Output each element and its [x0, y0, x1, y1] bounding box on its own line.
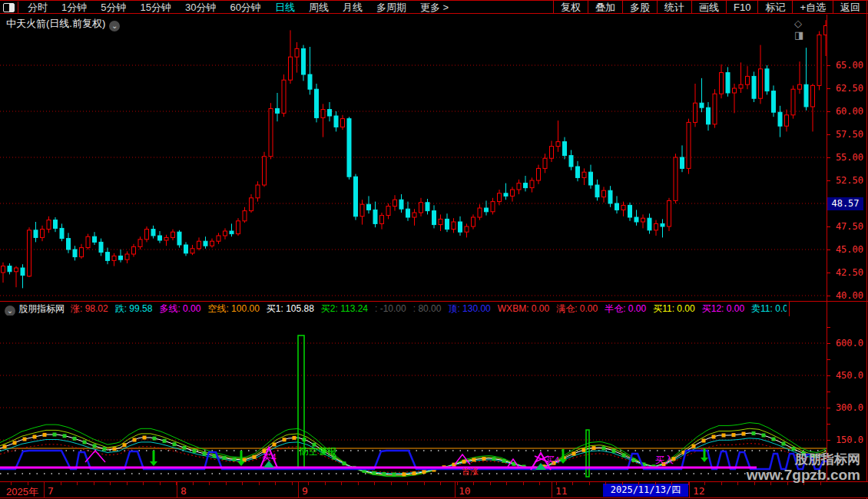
wave-marker: [412, 471, 416, 475]
time-axis-tick: [737, 482, 738, 485]
toolbar-button-7[interactable]: +自选: [792, 1, 833, 14]
collapse-chevron-icon[interactable]: ⌄: [5, 306, 15, 316]
wave-marker: [73, 437, 77, 441]
time-axis-tick: [473, 482, 474, 485]
wave-marker: [113, 447, 117, 451]
indicator-axis-tick: [827, 327, 830, 328]
down-arrow-icon: [237, 461, 245, 466]
selected-date-badge: 2025/11/13/四: [603, 484, 688, 497]
time-axis-tick: [110, 482, 111, 485]
candlestick: [491, 202, 495, 212]
candlestick: [602, 190, 606, 197]
candlestick: [145, 230, 149, 240]
candlestick: [811, 85, 815, 107]
month-boundary-line: [298, 482, 299, 498]
indicator-scale-label: 600.0: [831, 338, 863, 349]
candlestick: [648, 218, 651, 230]
candlestick: [250, 198, 253, 211]
indicator-source-label: 股朋指标网: [18, 303, 65, 314]
time-axis-tick: [424, 482, 425, 485]
wave-marker: [3, 444, 7, 448]
wave-marker: [702, 439, 706, 443]
time-axis-tick: [523, 482, 524, 485]
period-tab-2[interactable]: 5分钟: [94, 1, 133, 14]
candlestick: [34, 230, 38, 238]
wave-marker: [752, 431, 756, 435]
watermark-name: 股朋指标网: [747, 453, 860, 468]
indicator-axis-tick: [827, 408, 830, 408]
toolbar-button-1[interactable]: 叠加: [588, 1, 622, 14]
wave-marker: [572, 452, 576, 456]
candlestick: [654, 223, 658, 230]
period-tab-4[interactable]: 30分钟: [178, 1, 223, 14]
indicator-annotation-4: 买入: [655, 454, 674, 465]
period-tab-5[interactable]: 60分钟: [223, 1, 267, 14]
candlestick: [687, 122, 691, 168]
toolbar-button-0[interactable]: 复权: [553, 1, 588, 14]
wave-marker: [133, 438, 137, 442]
candlestick: [733, 88, 737, 93]
time-axis-tick: [77, 482, 78, 485]
period-tab-3[interactable]: 15分钟: [133, 1, 177, 14]
toolbar-button-2[interactable]: 多股: [622, 1, 657, 14]
candlestick: [720, 73, 724, 94]
time-axis-tick: [440, 482, 441, 485]
candlestick: [354, 177, 358, 216]
indicator-annotation-2: 首涨: [462, 467, 479, 476]
split-square-icon: [3, 3, 15, 12]
month-boundary-line: [177, 482, 177, 498]
candlestick: [67, 239, 71, 250]
indicator-chart[interactable]: 买4防空警报首涨买4买入: [0, 316, 827, 481]
candlestick: [99, 242, 103, 252]
window-layout-button[interactable]: [0, 2, 18, 14]
period-tab-6[interactable]: 日线: [268, 1, 302, 14]
candlestick: [237, 221, 240, 234]
period-tab-0[interactable]: 分时: [21, 1, 55, 14]
period-tab-1[interactable]: 1分钟: [55, 1, 94, 14]
time-axis-tick: [308, 482, 309, 485]
toolbar-button-8[interactable]: 返回: [833, 1, 867, 14]
period-tab-9[interactable]: 多周期: [369, 1, 413, 14]
price-axis-tick: [827, 88, 830, 89]
month-boundary-line: [689, 482, 690, 498]
price-axis-tick: [827, 157, 830, 158]
candlestick: [595, 185, 599, 197]
price-label: 60.00: [831, 106, 863, 117]
candlestick: [524, 183, 528, 188]
wave-marker: [23, 438, 27, 441]
candlestick: [419, 203, 423, 213]
candlestick-chart[interactable]: [0, 15, 827, 302]
time-axis-tick: [490, 482, 491, 485]
candlestick: [197, 241, 201, 249]
period-tab-8[interactable]: 月线: [336, 1, 369, 14]
toolbar-button-6[interactable]: 标记: [757, 1, 792, 14]
indicator-header-border: [789, 301, 790, 316]
candlestick: [504, 193, 508, 197]
candlestick: [289, 57, 293, 80]
wave-marker: [492, 457, 496, 461]
candlestick: [452, 222, 456, 230]
time-axis-tick: [655, 482, 656, 485]
candlestick: [243, 211, 247, 221]
candlestick: [726, 73, 730, 93]
period-tab-7[interactable]: 周线: [302, 1, 336, 14]
wave-marker: [193, 449, 197, 453]
candlestick: [132, 246, 136, 254]
period-tab-10[interactable]: 更多 >: [413, 1, 456, 14]
toolbar-button-5[interactable]: F10: [726, 1, 757, 14]
price-label: 65.00: [831, 60, 863, 71]
price-label: 42.50: [831, 267, 863, 278]
wave-marker: [722, 434, 726, 438]
toolbar-button-3[interactable]: 统计: [657, 1, 691, 14]
current-price-badge: 48.57: [827, 197, 863, 210]
candlestick: [739, 84, 743, 88]
candlestick: [112, 256, 116, 260]
wave-marker: [762, 434, 766, 438]
wave-marker: [373, 471, 376, 475]
candlestick: [804, 84, 808, 107]
indicator-field-0: 涨: 98.02: [71, 303, 108, 314]
candlestick: [399, 200, 403, 209]
candlestick: [498, 193, 502, 202]
candlestick: [550, 147, 554, 159]
toolbar-button-4[interactable]: 画线: [691, 1, 726, 14]
